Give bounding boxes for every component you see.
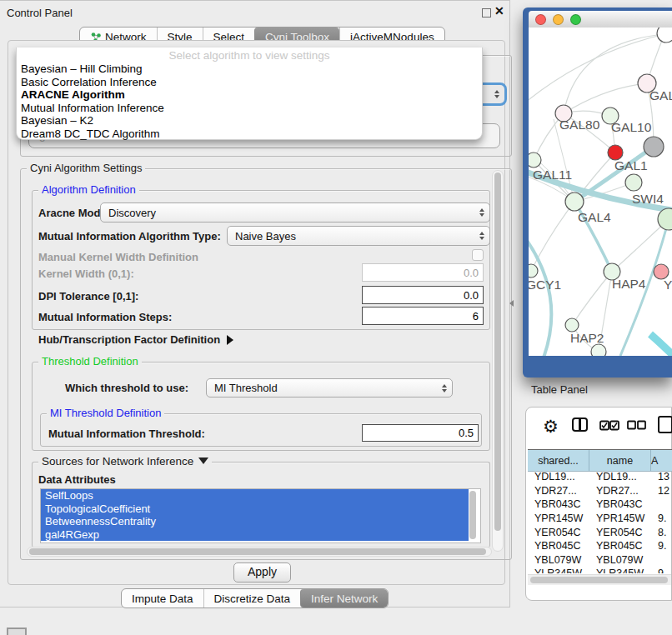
algorithm-option[interactable]: Mutual Information Inference: [17, 102, 482, 115]
tab-discretize-data[interactable]: Discretize Data: [203, 589, 301, 608]
collapsed-corner-widget[interactable]: [7, 628, 27, 635]
network-node-gcy1[interactable]: [529, 264, 538, 278]
table-row[interactable]: YBR045CYBR045C9.: [528, 539, 672, 553]
table-row[interactable]: YLR345WYLR345W9.: [528, 567, 672, 573]
column-header-1[interactable]: shared...: [528, 450, 589, 471]
tab-impute-data[interactable]: Impute Data: [122, 589, 203, 608]
apply-button[interactable]: Apply: [233, 562, 291, 582]
node-label: GAL1: [614, 158, 648, 172]
function-builder-icon[interactable]: [658, 416, 672, 433]
table-row[interactable]: YBR043CYBR043C: [528, 498, 672, 512]
manual-kernel-label: Manual Kernel Width Definition: [38, 251, 198, 263]
dpi-tolerance-field[interactable]: [362, 286, 484, 304]
data-attributes-label: Data Attributes: [38, 473, 116, 486]
mi-threshold-field[interactable]: [362, 424, 479, 442]
mi-steps-field[interactable]: [362, 307, 484, 325]
table-cell: 9.: [651, 568, 672, 573]
scrollbar-thumb[interactable]: [29, 548, 486, 555]
table-cell: YER054C: [589, 527, 651, 538]
table-cell: 9.: [651, 512, 672, 524]
attribute-list-item[interactable]: SelfLoops: [41, 489, 469, 502]
settings-vertical-scrollbar[interactable]: [492, 170, 504, 552]
aracne-mode-select[interactable]: Discovery: [100, 202, 490, 222]
table-rows: YDL19...YDL19...13YDR27...YDR27...12YBR0…: [528, 470, 672, 573]
attribute-list-item[interactable]: gal4RGexp: [41, 528, 469, 542]
table-cell: YBR043C: [528, 498, 589, 510]
attribute-list-item[interactable]: BetweennessCentrality: [41, 515, 469, 528]
node-label: GAL4: [578, 210, 611, 224]
mi-type-select[interactable]: Naive Bayes: [227, 226, 490, 246]
table-row[interactable]: YDR27...YDR27...12: [528, 484, 672, 498]
network-node-swi4[interactable]: [625, 174, 642, 191]
which-threshold-select[interactable]: MI Threshold: [206, 378, 453, 398]
table-cell: YBL079W: [589, 554, 651, 566]
network-node-gal11[interactable]: [529, 152, 541, 168]
table-cell: 9.: [651, 540, 672, 552]
zoom-traffic-light[interactable]: [570, 14, 581, 25]
algorithm-option[interactable]: Bayesian – K2: [17, 114, 482, 128]
node-label: HAP4: [612, 277, 646, 291]
which-threshold-value: MI Threshold: [214, 382, 278, 394]
column-header-2[interactable]: name: [589, 450, 651, 471]
table-row[interactable]: YPR145WYPR145W9.: [528, 512, 672, 526]
tab-label: Discretize Data: [214, 592, 291, 605]
kernel-width-field[interactable]: [362, 263, 484, 282]
attribute-list-item[interactable]: TopologicalCoefficient: [41, 502, 469, 516]
select-all-checks-icon[interactable]: [599, 420, 619, 431]
tab-infer-network[interactable]: Infer Network: [300, 589, 388, 608]
table-row[interactable]: YBL079WYBL079W: [528, 553, 672, 568]
gear-icon[interactable]: ⚙: [543, 410, 559, 443]
network-edge[interactable]: [650, 334, 672, 356]
mi-steps-label: Mutual Information Steps:: [38, 311, 172, 323]
stepper-icon: [479, 227, 484, 245]
network-canvas[interactable]: GALGAL80GAL10GAL1GAL11SWI4GAL4HAP4YGCY1H…: [529, 28, 672, 356]
table-cell: YBR045C: [589, 540, 651, 552]
control-panel-window: Control Panel ✕ NetworkStyleSelectCyni T…: [0, 0, 510, 608]
sources-title: Sources for Network Inference: [42, 455, 193, 468]
table-row[interactable]: YER054CYER054C8.: [528, 525, 672, 539]
network-node-hap2[interactable]: [565, 318, 579, 332]
algorithm-option[interactable]: Dream8 DC_TDC Algorithm: [17, 128, 482, 141]
list-scrollbar-thumb[interactable]: [469, 491, 476, 539]
settings-horizontal-scrollbar[interactable]: [27, 547, 492, 557]
node-label: GAL11: [533, 168, 572, 182]
table-cell: YBL079W: [528, 554, 589, 566]
float-window-icon[interactable]: [482, 8, 491, 18]
threshold-definition-title: Threshold Definition: [38, 356, 142, 368]
minimize-traffic-light[interactable]: [553, 14, 564, 25]
deselect-all-icon[interactable]: [627, 420, 647, 431]
close-icon[interactable]: ✕: [494, 4, 504, 18]
hub-definition-toggle[interactable]: Hub/Transcription Factor Definition: [38, 333, 233, 346]
columns-icon[interactable]: [572, 418, 588, 432]
algorithm-option[interactable]: Bayesian – Hill Climbing: [17, 62, 482, 76]
algorithm-definition-title: Algorithm Definition: [38, 184, 139, 196]
column-header-3[interactable]: A: [651, 450, 672, 471]
algorithm-popup-list: Bayesian – Hill ClimbingBasic Correlatio…: [17, 62, 482, 140]
close-traffic-light[interactable]: [535, 14, 546, 25]
algorithm-option[interactable]: ARACNE Algorithm: [17, 88, 482, 102]
scrollbar-thumb[interactable]: [530, 577, 668, 583]
network-node-gal4[interactable]: [565, 192, 584, 211]
scrollbar-thumb[interactable]: [494, 172, 501, 531]
network-node[interactable]: [591, 344, 606, 356]
control-panel-title: Control Panel: [7, 7, 73, 19]
mi-type-label: Mutual Information Algorithm Type:: [38, 230, 221, 242]
table-row[interactable]: YDL19...YDL19...13: [528, 470, 672, 484]
stepper-icon: [479, 203, 484, 222]
network-node[interactable]: [657, 28, 672, 42]
network-node[interactable]: [644, 137, 664, 157]
algorithm-option[interactable]: Basic Correlation Inference: [17, 76, 482, 89]
manual-kernel-checkbox[interactable]: [472, 249, 484, 261]
network-edge[interactable]: [572, 272, 612, 325]
table-horizontal-scrollbar[interactable]: [528, 574, 671, 585]
node-label: GAL: [649, 88, 672, 102]
table-cell: YDR27...: [589, 485, 651, 497]
stepper-icon: [442, 379, 447, 397]
mi-threshold-label: Mutual Information Threshold:: [48, 428, 205, 440]
data-attributes-list[interactable]: SelfLoopsTopologicalCoefficientBetweenne…: [40, 488, 481, 543]
table-header-row: shared...nameA: [528, 449, 672, 472]
network-window-titlebar[interactable]: [529, 11, 672, 28]
sources-toggle[interactable]: Sources for Network Inference: [38, 456, 212, 468]
cyni-bottom-tabbar: Impute DataDiscretize DataInfer Network: [121, 588, 389, 608]
split-pane-collapse-icon[interactable]: [509, 300, 514, 307]
